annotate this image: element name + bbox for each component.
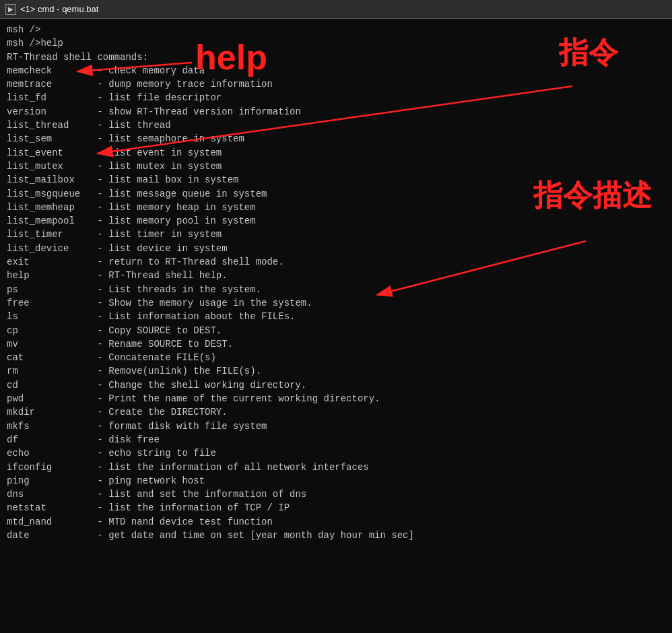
window-icon: ▶ [5,4,16,15]
table-row: ping - ping network host [7,474,665,488]
table-row: dns - list and set the information of dn… [7,488,665,501]
table-row: list_sem - list semaphore in system [7,132,665,145]
table-row: ps - List threads in the system. [7,283,665,296]
table-row: list_thread - list thread [7,119,665,132]
prompt-line-1: msh /> [7,23,665,36]
table-row: date - get date and time on set [year mo… [7,529,665,542]
table-row: list_mempool - list memory pool in syste… [7,214,665,228]
table-row: echo - echo string to file [7,446,665,460]
table-row: list_msgqueue - list message queue in sy… [7,187,665,201]
table-row: cp - Copy SOURCE to DEST. [7,324,665,337]
table-row: help - RT-Thread shell help. [7,269,665,282]
table-row: memtrace - dump memory trace information [7,77,665,91]
table-row: list_timer - list timer in system [7,228,665,241]
table-row: version - show RT-Thread version informa… [7,105,665,119]
table-row: list_mailbox - list mail box in system [7,173,665,187]
table-row: cd - Change the shell working directory. [7,378,665,392]
title-bar: ▶ <1> cmd - qemu.bat [0,0,672,19]
header-line: RT-Thread shell commands: [7,51,665,64]
terminal: msh /> msh />help RT-Thread shell comman… [0,19,672,633]
table-row: df - disk free [7,433,665,446]
table-row: cat - Concatenate FILE(s) [7,351,665,364]
commands-list: memcheck - check memory datamemtrace - d… [7,64,665,542]
table-row: mkfs - format disk with file system [7,420,665,433]
table-row: exit - return to RT-Thread shell mode. [7,255,665,269]
table-row: list_memheap - list memory heap in syste… [7,201,665,214]
table-row: list_device - list device in system [7,242,665,255]
table-row: list_event - list event in system [7,146,665,160]
table-row: rm - Remove(unlink) the FILE(s). [7,364,665,378]
table-row: ifconfig - list the information of all n… [7,461,665,474]
table-row: ls - List information about the FILEs. [7,310,665,323]
table-row: mv - Rename SOURCE to DEST. [7,337,665,351]
table-row: free - Show the memory usage in the syst… [7,296,665,310]
table-row: netstat - list the information of TCP / … [7,501,665,514]
table-row: memcheck - check memory data [7,64,665,77]
table-row: mtd_nand - MTD nand device test function [7,515,665,529]
table-row: list_fd - list file descriptor [7,91,665,104]
table-row: mkdir - Create the DIRECTORY. [7,405,665,419]
table-row: list_mutex - list mutex in system [7,160,665,173]
window-title: <1> cmd - qemu.bat [20,4,98,14]
table-row: pwd - Print the name of the current work… [7,392,665,405]
prompt-line-2: msh />help [7,36,665,50]
